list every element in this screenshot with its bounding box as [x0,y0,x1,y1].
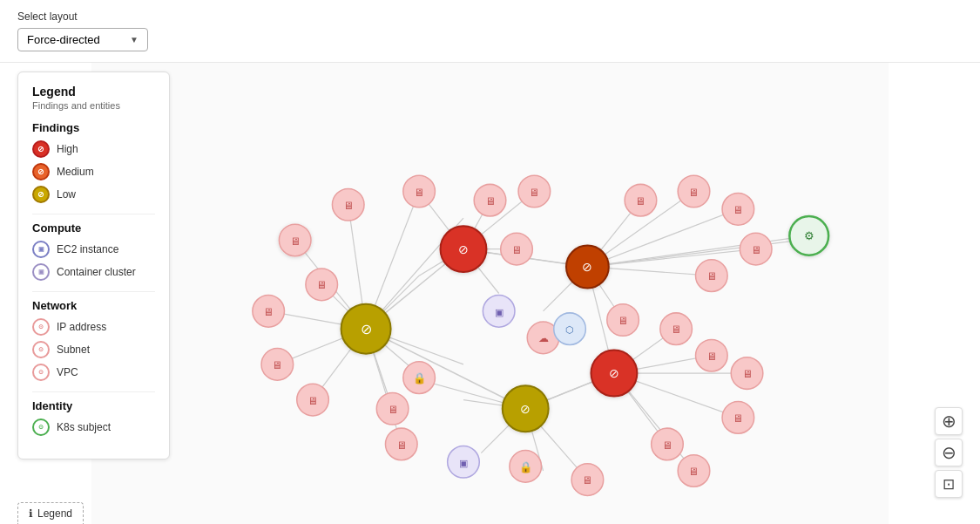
zoom-controls: ⊕ ⊖ ⊡ [935,407,963,498]
container-label: Container cluster [57,266,136,278]
svg-text:🖥: 🖥 [751,244,761,256]
node-server-10: 🖥 [740,233,772,265]
select-layout-label: Select layout [17,10,963,23]
svg-text:▣: ▣ [495,307,504,317]
zoom-in-button[interactable]: ⊕ [935,407,963,435]
svg-text:🖥: 🖥 [529,187,539,199]
node-server-19: 🖥 [722,402,754,434]
low-dot: ⊘ [32,186,50,203]
svg-text:⊘: ⊘ [520,402,531,416]
legend-section-compute: Compute ▣ EC2 instance ▣ Container clust… [32,221,155,281]
k8s-dot: ⊙ [32,419,50,436]
legend-subtitle: Findings and entities [32,100,155,111]
subnet-dot: ⊙ [32,341,50,358]
svg-text:🖥: 🖥 [733,412,743,425]
svg-text:🖥: 🖥 [742,368,753,380]
legend-item-high: ⊘ High [32,140,155,158]
medium-label: Medium [57,166,94,178]
k8s-label: K8s subject [57,421,111,433]
legend-item-container: ▣ Container cluster [32,263,155,281]
svg-text:🖥: 🖥 [706,350,717,363]
node-server-8: 🖥 [678,175,710,208]
node-hex-1: ⬡ [554,313,586,345]
node-server-6: 🖥 [501,233,533,265]
legend-title: Legend [32,85,155,99]
svg-text:🖥: 🖥 [388,404,398,416]
node-server-1: 🖥 [279,224,311,256]
node-server-9: 🖥 [722,194,754,226]
layout-select-dropdown[interactable]: Force-directed ▼ [17,28,148,51]
fit-button[interactable]: ⊡ [935,470,963,498]
node-server-16: 🖥 [660,313,693,345]
svg-text:🖥: 🖥 [706,270,717,282]
zoom-out-icon: ⊖ [942,442,956,463]
svg-text:🖥: 🖥 [290,235,301,248]
container-dot: ▣ [32,263,50,281]
node-server-25: 🖥 [678,455,710,487]
layout-selected-value: Force-directed [27,33,100,46]
svg-text:🖥: 🖥 [733,204,743,216]
svg-text:⬡: ⬡ [565,324,574,335]
high-dot: ⊘ [32,140,50,158]
legend-item-ec2: ▣ EC2 instance [32,241,155,258]
legend-item-medium: ⊘ Medium [32,163,155,180]
node-server-22: 🖥 [385,428,417,460]
svg-text:🖥: 🖥 [485,195,496,208]
svg-text:🖥: 🖥 [308,395,318,407]
fit-icon: ⊡ [943,475,955,493]
identity-section-title: Identity [32,399,155,412]
main-container: Select layout Force-directed ▼ Legend Fi… [0,0,980,524]
hub-node-k8s: ⚙ [789,216,828,255]
svg-text:🖥: 🖥 [582,474,592,487]
node-server-3: 🖥 [403,175,436,208]
node-server-14: 🖥 [261,349,294,381]
node-container-2: ▣ [448,446,480,478]
ip-label: IP address [57,321,106,333]
node-server-11: 🖥 [696,260,728,292]
network-section-title: Network [32,299,155,312]
svg-text:🖥: 🖥 [688,466,699,478]
svg-text:⊘: ⊘ [458,242,469,256]
node-server-15: 🖥 [607,304,639,337]
node-lock-1: 🔒 [403,362,436,394]
node-server-18: 🖥 [696,339,728,371]
node-lock-2: 🔒 [510,451,542,483]
node-server-21: 🖥 [376,392,409,425]
node-server-12: 🖥 [253,296,285,328]
top-bar: Select layout Force-directed ▼ [0,0,980,63]
hub-node-high-2: ⊘ [591,350,637,397]
svg-text:⊘: ⊘ [609,366,619,380]
node-container-1: ▣ [483,296,515,328]
svg-text:🖥: 🖥 [414,187,424,199]
legend-section-network: Network ⊙ IP address ⊙ Subnet ⊙ VPC [32,299,155,381]
node-server-4: 🖥 [474,184,506,216]
compute-section-title: Compute [32,221,155,235]
legend-panel: Legend Findings and entities Findings ⊘ … [17,71,170,459]
legend-item-vpc: ⊙ VPC [32,364,155,381]
vpc-label: VPC [57,366,78,378]
hub-node-medium-1: ⊘ [566,246,609,289]
svg-text:🖥: 🖥 [272,359,282,371]
legend-bottom-tab[interactable]: ℹ Legend [17,502,84,524]
ip-dot: ⊙ [32,318,50,336]
node-server-7: 🖥 [625,184,657,216]
low-label: Low [57,188,76,201]
legend-section-findings: Findings ⊘ High ⊘ Medium ⊘ Low [32,121,155,203]
svg-text:🖥: 🖥 [316,279,327,291]
svg-text:⊘: ⊘ [361,321,372,337]
svg-text:🖥: 🖥 [688,187,699,199]
node-server-23: 🖥 [571,464,604,496]
legend-section-identity: Identity ⊙ K8s subject [32,399,155,436]
high-label: High [57,143,78,155]
svg-text:🖥: 🖥 [511,244,522,256]
medium-dot: ⊘ [32,163,50,180]
subnet-label: Subnet [57,344,90,356]
svg-text:🖥: 🖥 [671,323,681,336]
svg-text:☁: ☁ [538,332,549,344]
svg-text:🖥: 🖥 [396,439,407,452]
hub-node-low-1: ⊘ [341,304,391,354]
svg-text:🖥: 🖥 [343,200,354,212]
svg-rect-0 [91,63,889,524]
zoom-out-button[interactable]: ⊖ [935,439,963,466]
node-server-24: 🖥 [652,428,684,460]
